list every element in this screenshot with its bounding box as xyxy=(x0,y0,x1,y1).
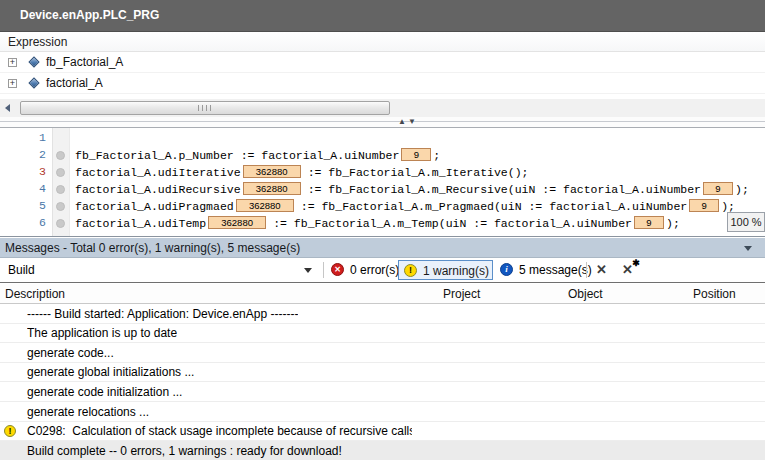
splitter-collapse-arrows-icon[interactable]: ▲▼ xyxy=(398,117,418,126)
toolbar-separator xyxy=(323,262,324,278)
clear-all-messages-icon[interactable]: ✕✱ xyxy=(622,262,633,277)
clear-messages-icon[interactable]: ✕ xyxy=(596,262,607,277)
monitored-value-box: 362880 xyxy=(243,182,301,195)
scrollbar-thumb[interactable] xyxy=(20,101,390,115)
code-line-4[interactable]: 4 factorial_A.udiRecursive362880:= fb_Fa… xyxy=(0,181,765,198)
messages-panel: Messages - Total 0 error(s), 1 warning(s… xyxy=(0,236,765,460)
monitored-value-box: 362880 xyxy=(208,216,266,229)
table-row[interactable]: ------ Build started: Application: Devic… xyxy=(0,304,765,324)
message-description: generate code initialization ... xyxy=(27,385,182,399)
monitoring-bullet-icon xyxy=(56,185,65,194)
line-number: 1 xyxy=(0,131,46,144)
column-header-object[interactable]: Object xyxy=(568,287,603,301)
monitoring-bullet-icon xyxy=(56,202,65,211)
line-number: 6 xyxy=(0,216,46,229)
error-circle-icon: ✕ xyxy=(331,263,344,276)
toolbar-separator xyxy=(586,262,587,278)
table-row-warning[interactable]: ! C0298: Calculation of stack usage inco… xyxy=(0,422,765,442)
watch-row-fb-factorial-a[interactable]: + fb_Factorial_A xyxy=(0,52,765,73)
watch-expression-label[interactable]: fb_Factorial_A xyxy=(46,55,123,69)
code-segment: := fb_Factorial_A.m_Pragmaed(uiN := fact… xyxy=(301,200,687,213)
code-segment: ; xyxy=(433,149,440,162)
message-category-dropdown[interactable]: Build xyxy=(2,260,320,280)
code-line-6[interactable]: 6 factorial_A.udiTemp362880:= fb_Factori… xyxy=(0,215,765,232)
table-row[interactable]: generate global initializations ... xyxy=(0,363,765,383)
warnings-count-label: 1 warning(s) xyxy=(423,264,489,278)
watch-column-header[interactable]: Expression xyxy=(0,32,765,52)
expand-plus-icon[interactable]: + xyxy=(8,58,17,67)
window-title-bar[interactable]: Device.enApp.PLC_PRG xyxy=(0,0,765,32)
watch-row-factorial-a[interactable]: + factorial_A xyxy=(0,73,765,94)
column-header-project[interactable]: Project xyxy=(443,287,480,301)
message-description: Build complete -- 0 errors, 1 warnings :… xyxy=(27,444,342,458)
scroll-left-arrow-icon xyxy=(5,104,10,112)
monitored-value-box: 9 xyxy=(401,148,431,161)
message-description: generate relocations ... xyxy=(27,405,149,419)
column-header-position[interactable]: Position xyxy=(693,287,736,301)
asterisk-badge-icon: ✱ xyxy=(632,258,640,268)
code-segment: factorial_A.udiTemp xyxy=(75,217,206,230)
code-segment: fb_Factorial_A.p_Number := factorial_A.u… xyxy=(75,149,399,162)
message-description: ------ Build started: Application: Devic… xyxy=(27,307,298,321)
dropdown-chevron-icon xyxy=(304,268,312,273)
scrollbar-grip-icon xyxy=(198,105,212,111)
message-description: The application is up to date xyxy=(27,326,177,340)
monitored-value-box: 362880 xyxy=(243,165,301,178)
monitored-value-box: 9 xyxy=(703,182,733,195)
dropdown-selected-value: Build xyxy=(8,263,35,277)
messages-count-label: 5 message(s) xyxy=(519,263,592,277)
messages-table: Description Project Object Position ----… xyxy=(0,284,765,460)
code-segment: := fb_Factorial_A.m_Recursive(uiN := fac… xyxy=(308,183,701,196)
watch-horizontal-scrollbar[interactable] xyxy=(0,99,765,117)
code-line-1[interactable]: 1 xyxy=(0,130,765,147)
line-number: 3 xyxy=(0,165,46,178)
line-number: 5 xyxy=(0,199,46,212)
code-line-2[interactable]: 2 fb_Factorial_A.p_Number := factorial_A… xyxy=(0,147,765,164)
window-title: Device.enApp.PLC_PRG xyxy=(20,8,159,22)
line-number: 2 xyxy=(0,148,46,161)
warning-circle-icon: ! xyxy=(4,425,16,437)
code-line-5[interactable]: 5 factorial_A.udiPragmaed362880:= fb_Fac… xyxy=(0,198,765,215)
column-header-description[interactable]: Description xyxy=(5,287,65,301)
monitoring-bullet-icon xyxy=(56,151,65,160)
editor-zoom-level[interactable]: 100 % xyxy=(727,212,765,232)
panel-splitter[interactable]: ▲▼ xyxy=(0,117,765,128)
table-row[interactable]: generate relocations ... xyxy=(0,402,765,422)
monitored-value-box: 9 xyxy=(689,199,719,212)
code-segment: := fb_Factorial_A.m_Iterative(); xyxy=(308,166,529,179)
plc-editor-window: Device.enApp.PLC_PRG Expression + fb_Fac… xyxy=(0,0,765,460)
warnings-filter-button-active[interactable]: ! 1 warning(s) xyxy=(398,260,493,280)
monitored-value-box: 9 xyxy=(634,216,664,229)
info-circle-icon: i xyxy=(500,263,513,276)
messages-panel-header[interactable]: Messages - Total 0 error(s), 1 warning(s… xyxy=(0,238,765,258)
expand-plus-icon[interactable]: + xyxy=(8,79,17,88)
messages-summary-title: Messages - Total 0 error(s), 1 warning(s… xyxy=(5,241,300,255)
watch-expression-label[interactable]: factorial_A xyxy=(46,76,103,90)
table-row[interactable]: generate code... xyxy=(0,343,765,363)
scroll-left-button[interactable] xyxy=(0,99,17,117)
message-description: generate code... xyxy=(27,346,114,360)
variable-diamond-icon xyxy=(28,77,39,88)
table-row[interactable]: The application is up to date xyxy=(0,324,765,344)
code-segment: ); xyxy=(735,183,749,196)
st-code-editor[interactable]: 1 2 fb_Factorial_A.p_Number := factorial… xyxy=(0,128,765,236)
message-description: generate global initializations ... xyxy=(27,365,194,379)
table-row[interactable]: generate code initialization ... xyxy=(0,382,765,402)
variable-diamond-icon xyxy=(28,56,39,67)
message-description: C0298: Calculation of stack usage incomp… xyxy=(27,424,412,438)
code-segment: ); xyxy=(666,217,680,230)
messages-toolbar: Build ✕ 0 error(s) ! 1 warning(s) i 5 me… xyxy=(0,258,765,283)
panel-menu-chevron-icon[interactable] xyxy=(744,246,752,251)
monitoring-bullet-icon xyxy=(56,168,65,177)
code-line-3[interactable]: 3 factorial_A.udiIterative362880:= fb_Fa… xyxy=(0,164,765,181)
code-segment: factorial_A.udiIterative xyxy=(75,166,241,179)
errors-count-label: 0 error(s) xyxy=(350,263,399,277)
line-number: 4 xyxy=(0,182,46,195)
expression-column-label: Expression xyxy=(8,35,67,49)
table-row-selected[interactable]: Build complete -- 0 errors, 1 warnings :… xyxy=(0,441,765,460)
splitter-line xyxy=(0,121,765,122)
code-segment: factorial_A.udiRecursive xyxy=(75,183,241,196)
table-header-row: Description Project Object Position xyxy=(0,284,765,304)
monitoring-bullet-icon xyxy=(56,219,65,228)
monitored-value-box: 362880 xyxy=(236,199,294,212)
